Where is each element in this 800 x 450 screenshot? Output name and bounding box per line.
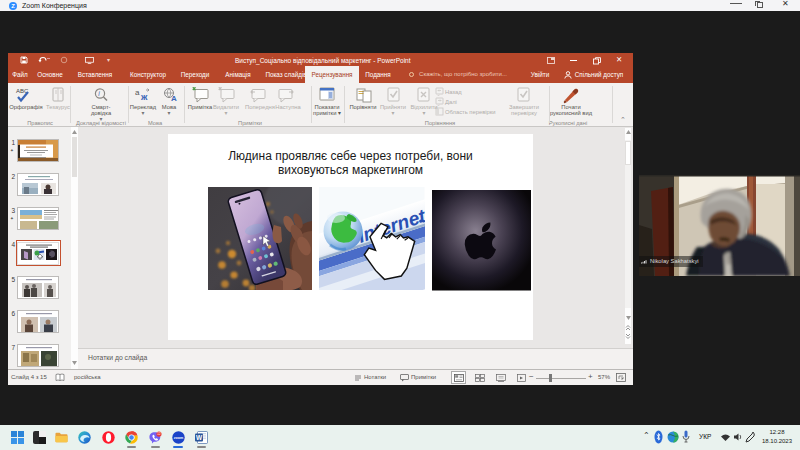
- svg-text:i: i: [98, 90, 100, 97]
- svg-text:W: W: [196, 434, 203, 441]
- svg-text:ж: ж: [140, 92, 148, 102]
- svg-text:12: 12: [157, 432, 161, 436]
- svg-text:zoom: zoom: [173, 436, 182, 440]
- svg-text:A: A: [171, 94, 177, 103]
- svg-text:а: а: [135, 88, 140, 97]
